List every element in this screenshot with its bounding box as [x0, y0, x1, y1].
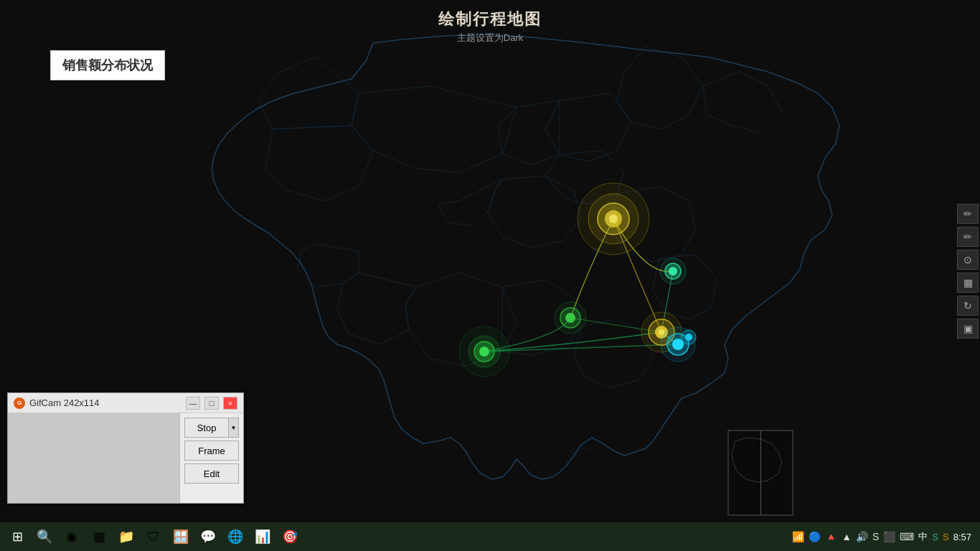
taskbar-chrome[interactable]: 🌐 [222, 524, 248, 550]
toolbar-btn-layers[interactable]: ▣ [957, 319, 979, 339]
taskbar-search[interactable]: 🔍 [32, 524, 57, 550]
gifcam-window: G GifCam 242x114 — □ × Stop ▼ Frame Edit [7, 392, 244, 504]
taskbar-task-view[interactable]: ▦ [86, 524, 112, 550]
taskbar-360[interactable]: 🛡 [141, 524, 166, 550]
taskbar-app[interactable]: 🎯 [277, 524, 303, 550]
map-title: 绘制行程地图 主题设置为Dark [438, 9, 542, 44]
stop-dropdown[interactable]: ▼ [228, 418, 238, 437]
gifcam-restore-btn[interactable]: □ [204, 397, 219, 410]
toolbar-btn-pencil1[interactable]: ✏ [957, 204, 979, 224]
toolbar-btn-refresh[interactable]: ↻ [957, 296, 979, 316]
svg-point-17 [659, 329, 664, 335]
tray-360[interactable]: 🔵 [809, 531, 821, 542]
map-area: 绘制行程地图 主题设置为Dark 销售额分布状况 ✏ ✏ ⊙ ▦ ↻ ▣ G G… [0, 0, 980, 524]
svg-point-7 [609, 215, 618, 223]
gifcam-body: Stop ▼ Frame Edit [8, 413, 243, 503]
taskbar-store[interactable]: 🪟 [168, 524, 194, 550]
right-toolbar: ✏ ✏ ⊙ ▦ ↻ ▣ [954, 201, 980, 342]
taskbar-cortana[interactable]: ◉ [59, 524, 85, 550]
stop-btn-wrap[interactable]: Stop ▼ [184, 418, 239, 438]
toolbar-btn-target[interactable]: ⊙ [957, 250, 979, 270]
tray-lang-en[interactable]: ⌨ [900, 531, 914, 542]
tray-sound[interactable]: 🔊 [856, 531, 868, 542]
tray-sogou[interactable]: S [932, 532, 938, 542]
gifcam-title-text: GifCam 242x114 [29, 397, 182, 408]
gifcam-logo: G [14, 397, 25, 409]
gifcam-controls: Stop ▼ Frame Edit [180, 413, 243, 503]
gifcam-minimize-btn[interactable]: — [186, 397, 200, 410]
tray-ime-s1[interactable]: S [872, 531, 879, 542]
sales-label: 销售额分布状况 [50, 50, 165, 80]
taskbar-explorer[interactable]: 📁 [113, 524, 139, 550]
stop-button-main[interactable]: Stop [185, 418, 228, 437]
edit-button[interactable]: Edit [184, 463, 239, 484]
map-title-main: 绘制行程地图 [438, 9, 542, 30]
svg-point-13 [565, 313, 575, 323]
tray-display[interactable]: ⬛ [883, 531, 895, 542]
tray-ime-s2[interactable]: S [943, 532, 949, 542]
svg-point-26 [685, 334, 692, 341]
toolbar-btn-grid[interactable]: ▦ [957, 273, 979, 293]
tray-antivirus[interactable]: 🔺 [825, 531, 837, 542]
map-title-sub: 主题设置为Dark [438, 32, 542, 44]
svg-point-10 [669, 267, 677, 276]
toolbar-btn-pencil2[interactable]: ✏ [957, 227, 979, 247]
frame-button[interactable]: Frame [184, 441, 239, 461]
start-button[interactable]: ⊞ [3, 522, 32, 551]
taskbar-wechat[interactable]: 💬 [195, 524, 221, 550]
gifcam-close-btn[interactable]: × [223, 397, 237, 410]
svg-rect-28 [760, 430, 761, 515]
taskbar: ⊞ 🔍 ◉ ▦ 📁 🛡 🪟 💬 🌐 📊 🎯 📶 🔵 🔺 ▲ 🔊 S ⬛ ⌨ 中 … [0, 522, 980, 551]
gifcam-preview [8, 413, 180, 503]
clock-time: 8:57 [953, 532, 971, 542]
tray-lang-zh[interactable]: 中 [918, 530, 928, 543]
taskbar-ppt[interactable]: 📊 [250, 524, 275, 550]
tray-unknown[interactable]: ▲ [842, 531, 852, 542]
tray-wifi[interactable]: 📶 [792, 531, 804, 542]
taskbar-right: 📶 🔵 🔺 ▲ 🔊 S ⬛ ⌨ 中 S S 8:57 [792, 530, 977, 543]
gifcam-titlebar: G GifCam 242x114 — □ × [8, 393, 243, 413]
taskbar-icons: 🔍 ◉ ▦ 📁 🛡 🪟 💬 🌐 📊 🎯 [32, 524, 303, 550]
svg-point-21 [479, 347, 489, 357]
taskbar-clock[interactable]: 8:57 [953, 532, 971, 542]
